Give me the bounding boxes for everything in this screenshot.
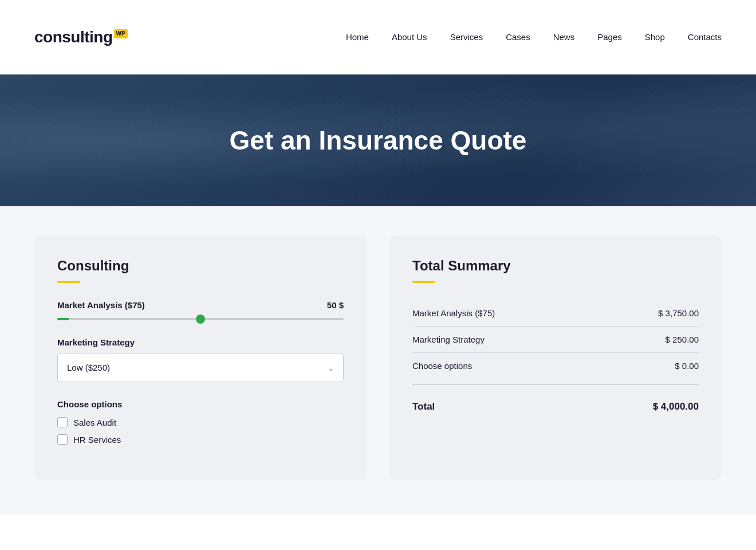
checkbox-visual-1 [57,434,68,445]
nav-item-home[interactable]: Home [346,29,369,45]
marketing-strategy-field: Marketing Strategy Low ($250)Medium ($50… [57,337,344,382]
market-analysis-field-header: Market Analysis ($75) 50 $ [57,300,344,310]
total-row: Total $ 4,000.00 [412,391,699,415]
summary-row-1: Marketing Strategy$ 250.00 [412,327,699,353]
logo-text: consulting [34,28,113,46]
summary-row-label-1: Marketing Strategy [412,335,485,344]
nav-item-services[interactable]: Services [450,29,483,45]
nav-item-shop[interactable]: Shop [645,29,665,45]
nav-item-about-us[interactable]: About Us [392,29,427,45]
summary-row-label-2: Choose options [412,361,472,371]
summary-row-value-0: $ 3,750.00 [658,308,699,318]
checkbox-label-1: HR Services [73,435,121,445]
hero-title: Get an Insurance Quote [230,125,527,156]
checkbox-item-0[interactable]: Sales Audit [57,417,344,427]
nav-item-cases[interactable]: Cases [506,29,530,45]
marketing-strategy-select-wrapper: Low ($250)Medium ($500)High ($1000) ⌄ [57,353,344,382]
market-analysis-slider[interactable] [57,318,344,320]
total-value: $ 4,000.00 [653,401,699,412]
consulting-card-title: Consulting [57,258,344,274]
summary-row-0: Market Analysis ($75)$ 3,750.00 [412,300,699,327]
summary-row-value-2: $ 0.00 [675,361,699,371]
market-analysis-label: Market Analysis ($75) [57,300,145,310]
logo[interactable]: consulting WP [34,28,128,46]
summary-row-value-1: $ 250.00 [666,335,699,344]
marketing-strategy-select[interactable]: Low ($250)Medium ($500)High ($1000) [57,353,344,382]
consulting-title-bar [57,281,80,283]
total-summary-card: Total Summary Market Analysis ($75)$ 3,7… [389,235,722,480]
nav-item-contacts[interactable]: Contacts [688,29,722,45]
summary-divider [412,384,699,385]
nav-item-news[interactable]: News [553,29,575,45]
logo-wp-badge: WP [114,29,128,38]
total-summary-title: Total Summary [412,258,699,274]
header: consulting WP HomeAbout UsServicesCasesN… [0,0,756,74]
choose-options-group: Choose options Sales AuditHR Services [57,399,344,445]
nav-item-pages[interactable]: Pages [597,29,622,45]
summary-row-2: Choose options$ 0.00 [412,353,699,379]
content-grid: Consulting Market Analysis ($75) 50 $ Ma… [34,235,722,480]
choose-options-label: Choose options [57,399,344,409]
summary-rows: Market Analysis ($75)$ 3,750.00Marketing… [412,300,699,379]
consulting-card: Consulting Market Analysis ($75) 50 $ Ma… [34,235,367,480]
hero-banner: Get an Insurance Quote [0,74,756,206]
market-analysis-slider-container [57,318,344,320]
summary-row-label-0: Market Analysis ($75) [412,308,495,318]
market-analysis-value: 50 $ [327,300,344,310]
marketing-strategy-label: Marketing Strategy [57,337,344,347]
checkbox-visual-0 [57,417,68,427]
checkbox-item-1[interactable]: HR Services [57,434,344,445]
main-content: Consulting Market Analysis ($75) 50 $ Ma… [0,206,756,514]
summary-title-bar [412,281,435,283]
total-label: Total [412,401,435,412]
checkbox-label-0: Sales Audit [73,418,116,427]
main-nav: HomeAbout UsServicesCasesNewsPagesShopCo… [346,29,722,45]
